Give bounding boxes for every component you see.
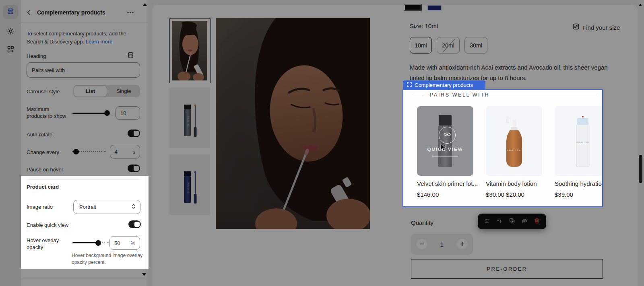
product-card-2-price: $30.00 $20.00 (486, 191, 542, 198)
enable-quick-view-toggle[interactable] (128, 220, 141, 228)
product-card-1-price: $146.00 (417, 191, 473, 198)
section-tag-complementary-products[interactable]: Complementary products (403, 80, 485, 89)
rail-settings-button[interactable] (3, 25, 18, 39)
product-card-3[interactable]: PRALISE Soothing hydration ... $39.00 (555, 106, 602, 198)
sections-icon (7, 8, 14, 16)
panel-overflow-menu[interactable] (126, 9, 134, 18)
panel-bottom-divider (21, 279, 148, 279)
quantity-increase-button[interactable] (457, 239, 467, 249)
back-button[interactable] (26, 9, 32, 18)
back-chevron-icon (26, 10, 32, 17)
change-every-suffix: s (133, 149, 136, 155)
segment-single[interactable]: Single (107, 85, 140, 97)
move-down-icon[interactable] (496, 217, 503, 226)
panel-scroll-up[interactable] (143, 3, 147, 6)
product-card-2-image[interactable]: PRALISE (486, 106, 542, 176)
panel-title: Complementary products (37, 9, 105, 16)
product-card-1[interactable]: PRALISE QUICK VIEW Velvet skin primer lo… (417, 106, 473, 198)
header-divider (21, 23, 148, 23)
window-scrollbar[interactable] (638, 0, 644, 286)
max-products-input[interactable]: 10 (116, 106, 140, 120)
rail-sections-button[interactable] (3, 5, 18, 19)
hover-overlay-opacity-label: Hover overlay opacity (27, 237, 68, 251)
size-chart-icon (573, 23, 579, 31)
hover-opacity-helper: Hover background image overlay opacity p… (72, 252, 144, 266)
product-card-2[interactable]: PRALISE Vitamin body lotion $30.00 $20.0… (486, 106, 542, 198)
learn-more-link[interactable]: Learn more (86, 39, 112, 45)
overflow-menu-icon (126, 10, 134, 17)
change-every-input[interactable]: 4 s (110, 145, 140, 158)
product-card-3-title[interactable]: Soothing hydration ... (555, 180, 602, 187)
product-card-3-image[interactable]: PRALISE (555, 106, 602, 176)
quick-view-circle[interactable] (439, 127, 456, 144)
quantity-decrease-button[interactable] (417, 239, 427, 249)
pre-order-button[interactable]: PRE-ORDER (411, 259, 603, 279)
size-pill-20ml-unavailable[interactable]: 20ml (437, 37, 460, 53)
brand-label: PRALISE (187, 116, 190, 127)
change-every-slider-rest[interactable] (78, 151, 103, 152)
section-tag-label: Complementary products (415, 82, 473, 88)
swatch-black-selected[interactable] (404, 4, 422, 11)
change-every-slider-thumb[interactable] (73, 149, 79, 154)
find-your-size-label: Find your size (582, 24, 620, 31)
rail-apps-button[interactable] (3, 43, 18, 57)
gallery-thumbnail-3[interactable]: PRALISE (169, 154, 210, 215)
heading-label: Heading (27, 53, 46, 60)
scrollbar-up-arrow[interactable] (639, 4, 642, 6)
change-every-value: 4 (115, 149, 118, 155)
quantity-value: 1 (440, 241, 444, 248)
hover-opacity-slider-rest[interactable] (101, 242, 106, 243)
compare-at-price: $30.00 (486, 191, 504, 198)
panel-scroll-down[interactable] (142, 273, 146, 276)
thumbnail-serum-navy: PRALISE (169, 154, 210, 215)
product-card-section-title: Product card (27, 183, 59, 190)
scrollbar-thumb[interactable] (639, 155, 642, 183)
image-ratio-label: Image ratio (27, 204, 53, 210)
product-card-2-title[interactable]: Vitamin body lotion (486, 180, 542, 187)
enable-quick-view-label: Enable quick view (27, 222, 68, 228)
dynamic-source-icon (127, 53, 134, 60)
hover-opacity-input[interactable]: 50 % (109, 236, 140, 250)
quick-view-label[interactable]: QUICK VIEW (417, 147, 473, 152)
move-up-icon[interactable] (483, 217, 491, 226)
minus-icon (420, 241, 424, 248)
auto-rotate-label: Auto-rotate (27, 131, 52, 138)
duplicate-icon[interactable] (508, 217, 516, 226)
product-card-1-image[interactable]: PRALISE QUICK VIEW (417, 106, 473, 176)
dynamic-source-button[interactable] (127, 51, 134, 60)
strikethrough-line (437, 37, 460, 54)
swatch-navy[interactable] (427, 5, 442, 10)
carousel-style-label: Carousel style (27, 88, 60, 95)
selection-brackets-icon (407, 82, 412, 88)
brand-label: PRALISE (507, 149, 521, 152)
max-products-value: 10 (120, 110, 126, 116)
section-toolbar (478, 214, 546, 229)
size-pill-10ml[interactable]: 10ml (410, 37, 432, 53)
delete-trash-icon[interactable] (533, 217, 541, 226)
complementary-carousel: PRALISE QUICK VIEW Velvet skin primer lo… (417, 106, 602, 206)
gallery-thumbnail-2[interactable]: PRALISE (169, 88, 210, 148)
pause-on-hover-label: Pause on hover (27, 166, 63, 173)
image-ratio-select[interactable]: Portrait (73, 200, 140, 214)
hide-eye-icon[interactable] (521, 217, 528, 226)
heading-input[interactable]: Pairs well with (27, 62, 140, 78)
select-chevrons-icon (131, 203, 136, 211)
max-products-slider-track[interactable] (72, 113, 109, 114)
panel-description: To select complementary products, add th… (27, 30, 142, 46)
pause-on-hover-toggle[interactable] (128, 165, 140, 172)
thumbnail-portrait-image (172, 21, 207, 80)
find-your-size-link[interactable]: Find your size (573, 23, 620, 31)
auto-rotate-toggle[interactable] (128, 130, 140, 137)
max-products-label: Maximum products to show (27, 106, 68, 119)
apps-icon (7, 45, 14, 55)
change-every-label: Change every (27, 149, 59, 156)
hover-opacity-slider-thumb[interactable] (95, 240, 101, 246)
max-products-slider-thumb[interactable] (104, 110, 110, 116)
heading-line-left (413, 95, 423, 95)
product-card-1-title[interactable]: Velvet skin primer lot... (417, 180, 473, 187)
brand-label: PRALISE (187, 183, 190, 194)
size-pill-30ml[interactable]: 30ml (464, 37, 487, 53)
gallery-thumbnail-1-selected[interactable] (169, 19, 211, 83)
settings-panel: Complementary products To select complem… (21, 0, 148, 286)
segment-list[interactable]: List (74, 85, 107, 97)
